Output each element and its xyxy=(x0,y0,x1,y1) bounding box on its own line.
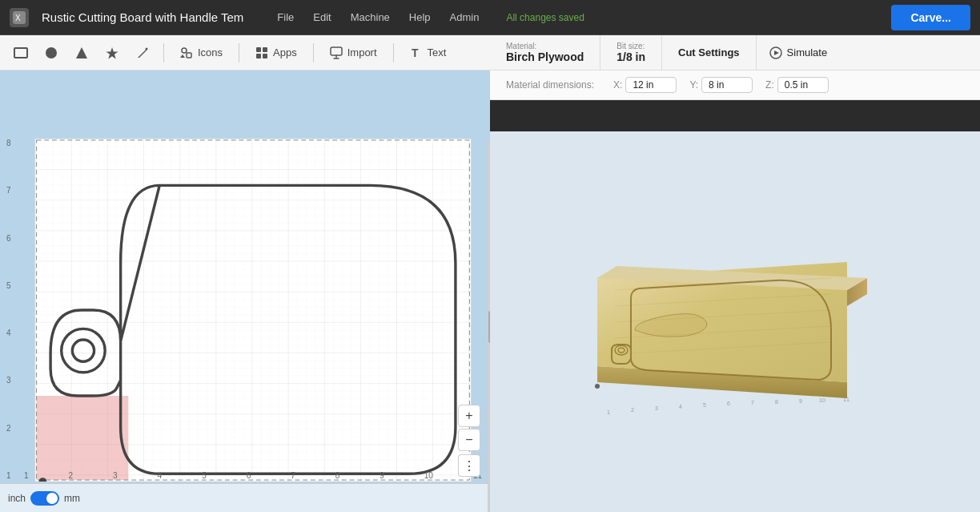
triangle-tool[interactable] xyxy=(69,40,94,66)
zoom-out-button[interactable]: − xyxy=(458,429,480,451)
svg-rect-12 xyxy=(256,54,261,58)
pen-tool[interactable] xyxy=(130,40,155,66)
main-area: 8 7 6 5 4 3 2 1 xyxy=(0,71,980,512)
menu-edit[interactable]: Edit xyxy=(305,8,339,26)
star-tool[interactable] xyxy=(99,40,125,66)
svg-text:11: 11 xyxy=(843,397,849,402)
svg-text:1: 1 xyxy=(607,409,610,415)
svg-text:X: X xyxy=(15,14,21,22)
svg-rect-2 xyxy=(14,48,27,58)
svg-point-3 xyxy=(46,47,57,58)
canvas-svg[interactable] xyxy=(24,139,482,482)
svg-text:8: 8 xyxy=(775,399,778,405)
canvas-bottom-bar: inch mm xyxy=(0,483,490,512)
toggle-knob xyxy=(46,493,58,504)
y-axis-labels: 8 7 6 5 4 3 2 1 xyxy=(6,139,11,480)
import-button[interactable]: Import xyxy=(322,43,385,62)
svg-rect-14 xyxy=(331,47,342,55)
separator-1 xyxy=(163,43,164,62)
circle-tool[interactable] xyxy=(38,40,64,66)
mm-label: mm xyxy=(64,493,80,504)
zoom-in-button[interactable]: + xyxy=(458,405,480,427)
save-status: All changes saved xyxy=(506,12,584,23)
svg-text:7: 7 xyxy=(751,400,754,405)
menu-machine[interactable]: Machine xyxy=(343,8,398,26)
svg-point-7 xyxy=(182,48,187,53)
app-icon: X xyxy=(10,8,29,27)
right-header: Material: Birch Plywood Bit size: 1/8 in… xyxy=(490,35,980,71)
material-value: Birch Plywood xyxy=(506,50,584,63)
svg-point-33 xyxy=(595,384,600,389)
more-options-button[interactable]: ⋮ xyxy=(458,454,480,477)
3d-preview-area: 1 2 3 4 5 6 7 8 9 10 11 xyxy=(490,131,980,512)
material-label: Material: xyxy=(506,42,584,50)
menu-bar: File Edit Machine Help Admin xyxy=(269,8,487,26)
separator-2 xyxy=(239,43,239,62)
svg-marker-17 xyxy=(774,50,779,55)
carve-button[interactable]: Carve... xyxy=(891,5,970,30)
svg-text:10: 10 xyxy=(819,397,825,403)
x-axis-labels: 1 2 3 4 5 6 7 8 9 10 11 xyxy=(24,470,482,482)
svg-rect-10 xyxy=(256,47,261,52)
separator-4 xyxy=(393,43,394,62)
cut-settings-button[interactable]: Cut Settings xyxy=(662,35,757,70)
svg-point-6 xyxy=(146,47,148,50)
svg-text:9: 9 xyxy=(799,398,802,404)
apps-button[interactable]: Apps xyxy=(247,43,305,62)
bit-value: 1/8 in xyxy=(617,50,645,63)
svg-rect-11 xyxy=(263,47,267,52)
rectangle-tool[interactable] xyxy=(8,40,34,66)
simulate-button[interactable]: Simulate xyxy=(757,35,841,70)
svg-text:5: 5 xyxy=(703,402,706,408)
inch-label: inch xyxy=(8,493,26,504)
unit-switch[interactable] xyxy=(30,491,59,506)
svg-text:4: 4 xyxy=(679,404,682,409)
svg-marker-4 xyxy=(76,47,87,58)
separator-3 xyxy=(313,43,314,62)
material-info: Material: Birch Plywood xyxy=(490,35,600,70)
design-canvas-area[interactable]: 8 7 6 5 4 3 2 1 xyxy=(0,71,490,512)
bit-info: Bit size: 1/8 in xyxy=(600,35,662,70)
menu-file[interactable]: File xyxy=(269,8,302,26)
svg-text:6: 6 xyxy=(727,401,730,406)
svg-marker-9 xyxy=(180,54,185,58)
top-bar: X Rustic Cutting Board with Handle Tem F… xyxy=(0,0,980,35)
3d-board-svg: 1 2 3 4 5 6 7 8 9 10 11 xyxy=(583,226,887,418)
unit-toggle: inch mm xyxy=(8,491,80,506)
svg-text:2: 2 xyxy=(631,407,634,413)
svg-marker-5 xyxy=(106,47,118,59)
svg-text:3: 3 xyxy=(655,405,658,411)
menu-help[interactable]: Help xyxy=(401,8,439,26)
project-title: Rustic Cutting Board with Handle Tem xyxy=(42,10,243,24)
text-button[interactable]: T Text xyxy=(402,43,455,62)
svg-rect-8 xyxy=(187,53,191,58)
svg-rect-13 xyxy=(263,54,267,58)
svg-rect-22 xyxy=(37,396,129,480)
icons-button[interactable]: Icons xyxy=(172,43,231,62)
svg-text:T: T xyxy=(412,46,419,59)
menu-admin[interactable]: Admin xyxy=(442,8,488,26)
bit-label: Bit size: xyxy=(617,42,645,50)
